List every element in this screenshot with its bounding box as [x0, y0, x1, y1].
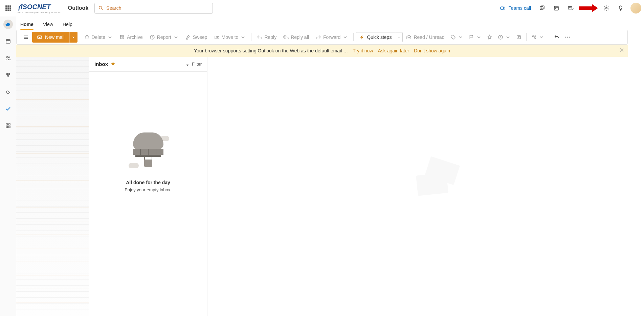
- onedrive-app-icon[interactable]: [3, 20, 13, 29]
- meet-now-button[interactable]: [535, 0, 549, 16]
- quicksteps-button[interactable]: Quick steps: [356, 32, 395, 43]
- close-icon: [619, 47, 624, 53]
- people-app-icon[interactable]: [3, 53, 13, 63]
- more-commands-button[interactable]: ···: [562, 32, 574, 43]
- pin-button[interactable]: [484, 32, 495, 43]
- flag-button[interactable]: [466, 32, 484, 43]
- sweep-icon: [185, 34, 191, 40]
- svg-point-16: [606, 7, 607, 9]
- banner-try-now[interactable]: Try it now: [353, 48, 373, 53]
- reply-icon: [257, 34, 262, 40]
- lightning-icon: [359, 34, 365, 40]
- account-avatar[interactable]: [630, 3, 641, 14]
- tab-view[interactable]: View: [43, 22, 53, 30]
- app-name: Outlook: [68, 5, 88, 11]
- groups-app-icon[interactable]: [3, 70, 13, 80]
- gear-icon: [603, 5, 609, 11]
- forward-label: Forward: [323, 34, 340, 40]
- ellipsis-icon: ···: [565, 34, 571, 40]
- files-app-icon[interactable]: [3, 87, 13, 97]
- delete-label: Delete: [92, 34, 105, 40]
- report-button[interactable]: Report: [146, 32, 182, 43]
- folder-move-icon: [214, 34, 220, 40]
- report-icon: [150, 34, 155, 40]
- banner-ask-later[interactable]: Ask again later: [378, 48, 409, 53]
- empty-state: All done for the day Enjoy your empty in…: [89, 132, 207, 192]
- header-bar: ⟨ISOCNET RELATIONSHIP | RELIABILITY | RE…: [0, 0, 644, 16]
- rules-icon: [516, 34, 521, 40]
- report-label: Report: [157, 34, 171, 40]
- notifications-button[interactable]: [563, 0, 578, 16]
- reading-pane: [207, 57, 644, 316]
- tab-home[interactable]: Home: [20, 22, 34, 30]
- calendar-app-icon[interactable]: [3, 37, 13, 46]
- teams-call-label: Teams call: [509, 5, 531, 11]
- svg-point-4: [8, 73, 10, 75]
- sweep-button[interactable]: Sweep: [182, 32, 211, 43]
- chevron-down-icon: [476, 34, 482, 40]
- assign-policy-button[interactable]: [529, 32, 547, 43]
- filter-button[interactable]: Filter: [185, 62, 202, 67]
- new-mail-group: New mail: [32, 32, 77, 43]
- message-list-pane: Inbox Filter All done for the day Enjoy …: [89, 57, 207, 316]
- empty-title: All done for the day: [126, 180, 170, 185]
- calendar-day-icon: [553, 5, 559, 11]
- left-app-rail: [0, 16, 16, 316]
- balloon-illustration: [128, 132, 169, 173]
- new-mail-button[interactable]: New mail: [32, 32, 69, 43]
- banner-close-button[interactable]: [619, 47, 624, 54]
- svg-point-10: [99, 6, 102, 9]
- svg-point-3: [6, 73, 8, 75]
- search-box[interactable]: [94, 3, 213, 14]
- folder-pane-bg: [16, 57, 89, 316]
- chevron-down-icon: [539, 34, 544, 40]
- sweep-label: Sweep: [193, 34, 207, 40]
- envelope-open-icon: [406, 34, 412, 40]
- svg-rect-17: [38, 36, 42, 39]
- snooze-button[interactable]: [495, 32, 513, 43]
- tab-help[interactable]: Help: [63, 22, 72, 30]
- app-launcher-button[interactable]: [0, 0, 16, 16]
- banner-dont-show[interactable]: Don't show again: [414, 48, 450, 53]
- favorite-star-icon[interactable]: [111, 61, 115, 67]
- day-view-button[interactable]: [549, 0, 563, 16]
- separator: [353, 33, 354, 41]
- undo-button[interactable]: [551, 32, 562, 43]
- new-mail-dropdown[interactable]: [69, 32, 77, 43]
- logo-tagline: RELATIONSHIP | RELIABILITY | RESULTS: [18, 11, 61, 14]
- svg-rect-18: [120, 35, 124, 37]
- categorize-button[interactable]: [448, 32, 466, 43]
- readunread-button[interactable]: Read / Unread: [403, 32, 448, 43]
- toggle-folder-pane-button[interactable]: [19, 34, 32, 40]
- svg-point-2: [8, 57, 10, 58]
- archive-button[interactable]: Archive: [116, 32, 146, 43]
- settings-button[interactable]: [599, 0, 614, 16]
- filter-icon: [185, 62, 190, 67]
- forward-button[interactable]: Forward: [312, 32, 351, 43]
- undo-icon: [554, 34, 559, 40]
- archive-label: Archive: [127, 34, 143, 40]
- moveto-button[interactable]: Move to: [211, 32, 249, 43]
- delete-button[interactable]: Delete: [81, 32, 116, 43]
- quicksteps-label: Quick steps: [367, 34, 392, 40]
- separator: [526, 33, 527, 41]
- svg-rect-9: [8, 126, 10, 128]
- search-input[interactable]: [106, 5, 209, 11]
- tips-button[interactable]: [614, 0, 628, 16]
- svg-rect-12: [540, 6, 543, 9]
- replyall-button[interactable]: Reply all: [280, 32, 312, 43]
- tag-icon: [450, 34, 456, 40]
- readunread-label: Read / Unread: [414, 34, 444, 40]
- trash-icon: [84, 34, 90, 40]
- svg-rect-14: [554, 6, 558, 10]
- logo-text: ISOCNET: [21, 3, 51, 11]
- quicksteps-dropdown[interactable]: [395, 32, 402, 42]
- more-apps-icon[interactable]: [3, 121, 13, 130]
- todo-app-icon[interactable]: [3, 104, 13, 114]
- lightbulb-icon: [618, 5, 624, 11]
- reply-button[interactable]: Reply: [253, 32, 280, 43]
- rules-button[interactable]: [513, 32, 524, 43]
- video-icon: [500, 5, 506, 11]
- teams-call-button[interactable]: Teams call: [496, 0, 535, 16]
- list-header: Inbox Filter: [89, 57, 207, 72]
